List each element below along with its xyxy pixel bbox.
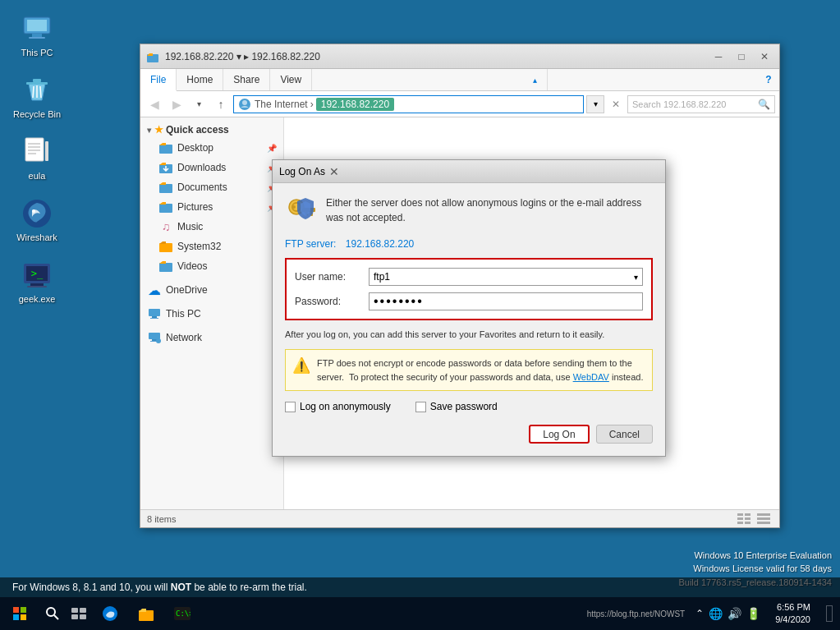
taskbar: C:\> https://blog.ftp.net/NOWST ⌃ 🌐 🔊 🔋 … — [0, 597, 840, 630]
back-button[interactable]: ◀ — [145, 94, 164, 114]
sidebar-item-system32[interactable]: System32 — [140, 237, 283, 256]
ftp-server-label: FTP server: — [285, 238, 336, 250]
svg-rect-56 — [13, 614, 19, 620]
svg-text:C:\>: C:\> — [176, 609, 190, 618]
svg-rect-34 — [149, 333, 160, 339]
sidebar-quickaccess-header[interactable]: ▾ ★ Quick access — [140, 122, 283, 138]
log-anon-checkbox-box[interactable] — [285, 402, 296, 412]
tray-arrow[interactable]: ⌃ — [695, 608, 704, 619]
tab-view[interactable]: View — [270, 69, 312, 90]
expand-ribbon[interactable]: ▴ — [523, 69, 548, 90]
view-buttons — [735, 512, 773, 527]
sidebar-item-thispc[interactable]: This PC — [140, 304, 283, 324]
dropdown-nav-button[interactable]: ▾ — [189, 94, 209, 114]
up-button[interactable]: ↑ — [211, 94, 231, 114]
tray-network-icon[interactable]: 🌐 — [709, 607, 723, 620]
tray-volume-icon[interactable]: 🔊 — [728, 607, 741, 620]
clock-time: 6:56 PM — [775, 601, 810, 614]
login-fields: User name: ftp1 ▾ Password: — [285, 258, 653, 320]
sidebar-section-network: Network — [140, 328, 283, 347]
sidebar-item-documents[interactable]: Documents 📌 — [140, 177, 283, 197]
minimize-button[interactable]: ─ — [708, 48, 729, 65]
warning-icon: ⚠️ — [292, 356, 310, 375]
maximize-button[interactable]: □ — [731, 48, 752, 65]
log-anon-checkbox[interactable]: Log on anonymously — [285, 401, 391, 412]
network-icon — [147, 330, 162, 345]
desktop-icon-eula[interactable]: eula — [8, 131, 66, 185]
svg-point-37 — [156, 338, 161, 343]
list-view-button[interactable] — [755, 512, 773, 527]
save-password-checkbox[interactable]: Save password — [415, 401, 498, 412]
recyclebin-label: Recycle Bin — [13, 109, 61, 119]
taskbar-clock[interactable]: 6:56 PM 9/4/2020 — [767, 601, 819, 627]
show-desktop-button[interactable] — [819, 597, 840, 630]
sidebar-section-onedrive: ☁ OneDrive — [140, 280, 283, 300]
start-button[interactable] — [0, 597, 39, 630]
svg-rect-25 — [159, 145, 172, 154]
ftp-server-value: 192.168.82.220 — [346, 238, 414, 250]
sidebar-item-music[interactable]: ♫ Music — [140, 217, 283, 237]
sidebar-item-onedrive[interactable]: ☁ OneDrive — [140, 280, 283, 300]
taskbar-cmd[interactable]: C:\> — [164, 597, 200, 630]
desktop-icon-geek[interactable]: >_ geek.exe — [8, 255, 66, 308]
svg-rect-43 — [745, 522, 750, 524]
downloads-label: Downloads — [177, 162, 226, 173]
taskbar-edge[interactable] — [92, 597, 128, 630]
password-row: Password: — [295, 292, 643, 310]
username-select[interactable]: ftp1 ▾ — [369, 268, 643, 286]
taskbar-explorer[interactable] — [128, 597, 164, 630]
sidebar-item-downloads[interactable]: Downloads 📌 — [140, 158, 283, 177]
explorer-window: 192.168.82.220 ▾ ▸ 192.168.82.220 ─ □ ✕ … — [140, 44, 780, 528]
svg-rect-27 — [159, 184, 172, 193]
svg-rect-30 — [159, 263, 172, 272]
desktop-icon-wireshark[interactable]: Wireshark — [8, 193, 66, 246]
clock-date: 9/4/2020 — [775, 614, 810, 626]
sidebar-item-pictures[interactable]: Pictures 📌 — [140, 197, 283, 217]
svg-rect-10 — [45, 141, 48, 161]
save-password-checkbox-box[interactable] — [415, 402, 426, 412]
webdav-link[interactable]: WebDAV — [573, 372, 609, 382]
sidebar-item-desktop[interactable]: Desktop 📌 — [140, 138, 283, 158]
tab-share[interactable]: Share — [223, 69, 270, 90]
svg-point-53 — [292, 205, 296, 209]
taskbar-right-area: https://blog.ftp.net/NOWST ⌃ 🌐 🔊 🔋 6:56 … — [583, 597, 840, 630]
cancel-button[interactable]: Cancel — [596, 425, 653, 444]
sidebar-item-videos[interactable]: Videos — [140, 256, 283, 276]
desktop-icon-thispc[interactable]: This PC — [8, 8, 66, 62]
password-input[interactable] — [369, 292, 643, 310]
address-path[interactable]: The Internet › 192.168.82.220 — [233, 95, 584, 113]
address-dropdown-button[interactable]: ▾ — [586, 95, 604, 113]
items-count: 8 items — [147, 514, 176, 524]
svg-point-16 — [32, 209, 35, 213]
tray-battery-icon[interactable]: 🔋 — [746, 607, 760, 620]
key-icon — [285, 195, 318, 228]
geek-icon: >_ — [21, 259, 53, 292]
address-clear-button[interactable]: ✕ — [607, 95, 625, 113]
search-button[interactable] — [39, 597, 66, 630]
close-button[interactable]: ✕ — [754, 48, 775, 65]
sidebar-item-network[interactable]: Network — [140, 328, 283, 347]
svg-rect-2 — [32, 34, 42, 37]
geek-label: geek.exe — [19, 294, 56, 304]
tab-home[interactable]: Home — [177, 69, 223, 90]
tab-file[interactable]: File — [140, 69, 177, 91]
username-dropdown-icon: ▾ — [634, 273, 638, 282]
svg-rect-60 — [71, 608, 78, 613]
details-view-button[interactable] — [735, 512, 753, 527]
eula-icon — [21, 136, 53, 168]
dialog-close-button[interactable]: ✕ — [325, 163, 343, 180]
explorer-title-bar: 192.168.82.220 ▾ ▸ 192.168.82.220 ─ □ ✕ — [140, 44, 779, 69]
search-box[interactable]: Search 192.168.82.220 🔍 — [627, 95, 775, 113]
task-view-button[interactable] — [66, 597, 92, 630]
desktop-icon-recyclebin[interactable]: Recycle Bin — [8, 70, 66, 123]
svg-rect-63 — [80, 614, 86, 619]
pictures-folder-icon — [158, 200, 173, 214]
forward-button[interactable]: ▶ — [167, 94, 186, 114]
search-icon: 🔍 — [758, 99, 770, 110]
tray-icons: ⌃ 🌐 🔊 🔋 — [689, 607, 767, 620]
warning-text: FTP does not encrypt or encode passwords… — [317, 356, 645, 384]
help-button[interactable]: ? — [758, 69, 779, 90]
wireshark-label: Wireshark — [16, 232, 57, 242]
svg-line-6 — [33, 86, 34, 98]
logon-button[interactable]: Log On — [529, 425, 589, 444]
